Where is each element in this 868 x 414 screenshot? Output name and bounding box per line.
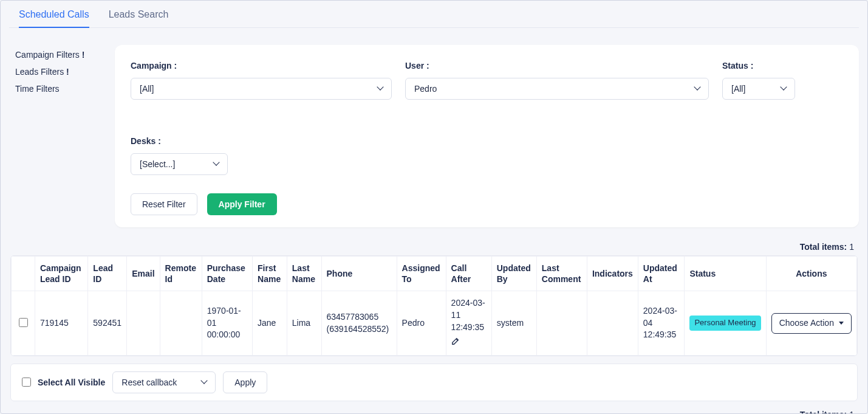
row-checkbox[interactable] [19,318,28,327]
th-remote-id: Remote Id [160,257,202,291]
sidebar-item-indicator: ! [66,67,69,77]
total-items-count: 1 [849,410,854,414]
bulk-apply-button[interactable]: Apply [223,371,267,393]
edit-icon[interactable] [451,337,460,345]
desks-select[interactable]: [Select...] [131,153,228,175]
filter-panel: Campaign : [All] User : Pedro Status : [115,45,859,227]
user-label: User : [405,61,709,71]
cell-email [127,291,160,355]
cell-updated-by: system [491,291,536,355]
cell-remote-id [160,291,202,355]
cell-last-comment [536,291,587,355]
chevron-down-icon [695,86,701,92]
total-items-label: Total items: [800,242,847,252]
cell-phone: 63457783065 (639164528552) [321,291,397,355]
bulk-action-select[interactable]: Reset callback [112,371,216,393]
cell-indicators [587,291,638,355]
bulk-actions-bar: Select All Visible Reset callback Apply [10,364,858,401]
cell-assigned-to: Pedro [397,291,446,355]
th-campaign-lead-id: Campaign Lead ID [35,257,88,291]
th-indicators: Indicators [587,257,638,291]
choose-action-button[interactable]: Choose Action [771,313,852,334]
status-select-value: [All] [731,84,745,94]
th-status: Status [685,257,766,291]
th-purchase-date: Purchase Date [202,257,252,291]
user-select[interactable]: Pedro [405,78,709,100]
status-select[interactable]: [All] [722,78,795,100]
desks-label: Desks : [131,136,228,146]
th-call-after: Call After [446,257,491,291]
th-phone: Phone [321,257,397,291]
desks-select-value: [Select...] [140,159,175,169]
tab-leads-search[interactable]: Leads Search [109,4,169,27]
th-updated-at: Updated At [638,257,685,291]
cell-last-name: Lima [287,291,321,355]
th-checkbox [12,257,35,291]
leads-table: Campaign Lead ID Lead ID Email Remote Id… [11,256,857,356]
caret-down-icon [839,322,844,325]
select-all-visible-checkbox[interactable] [22,378,31,387]
th-actions: Actions [766,257,856,291]
th-last-comment: Last Comment [536,257,587,291]
bulk-action-value: Reset callback [121,378,177,387]
user-select-value: Pedro [414,84,437,94]
sidebar-item-label: Campaign Filters [15,50,80,60]
status-label: Status : [722,61,795,71]
total-items-count: 1 [849,242,854,252]
th-lead-id: Lead ID [88,257,127,291]
cell-status: Personal Meeting [685,291,766,355]
total-items-label: Total items: [800,410,847,414]
total-items-top: Total items:1 [1,227,867,255]
chevron-down-icon [781,86,787,92]
th-updated-by: Updated By [491,257,536,291]
cell-updated-at: 2024-03-04 12:49:35 [638,291,685,355]
cell-actions: Choose Action [766,291,856,355]
select-all-visible-text: Select All Visible [38,378,105,387]
sidebar-item-leads-filters[interactable]: Leads Filters ! [15,63,100,80]
cell-lead-id: 592451 [88,291,127,355]
th-assigned-to: Assigned To [397,257,446,291]
select-all-visible-label[interactable]: Select All Visible [19,376,105,388]
apply-filter-button[interactable]: Apply Filter [207,193,277,215]
table-row: 719145 592451 1970-01-01 00:00:00 Jane L… [12,291,857,355]
call-after-text: 2024-03-11 12:49:35 [451,297,487,333]
choose-action-label: Choose Action [779,317,834,329]
sidebar-item-campaign-filters[interactable]: Campaign Filters ! [15,46,100,63]
sidebar-item-indicator: ! [82,50,85,60]
status-badge: Personal Meeting [689,316,760,330]
total-items-bottom: Total items:1 [1,401,867,414]
th-first-name: First Name [253,257,287,291]
campaign-select[interactable]: [All] [131,78,392,100]
campaign-select-value: [All] [140,84,154,94]
leads-table-wrap: Campaign Lead ID Lead ID Email Remote Id… [10,255,858,356]
main-tabs: Scheduled Calls Leads Search [9,1,859,28]
cell-first-name: Jane [253,291,287,355]
sidebar-item-label: Time Filters [15,84,60,94]
th-last-name: Last Name [287,257,321,291]
sidebar-item-time-filters[interactable]: Time Filters [15,80,100,97]
reset-filter-button[interactable]: Reset Filter [131,193,197,215]
chevron-down-icon [202,379,208,385]
cell-campaign-lead-id: 719145 [35,291,88,355]
sidebar-item-label: Leads Filters [15,67,64,77]
th-email: Email [127,257,160,291]
filter-sidebar: Campaign Filters ! Leads Filters ! Time … [9,45,100,97]
chevron-down-icon [378,86,384,92]
campaign-label: Campaign : [131,61,392,71]
cell-purchase-date: 1970-01-01 00:00:00 [202,291,252,355]
cell-call-after: 2024-03-11 12:49:35 [446,291,491,355]
tab-scheduled-calls[interactable]: Scheduled Calls [19,4,89,27]
chevron-down-icon [214,161,220,167]
